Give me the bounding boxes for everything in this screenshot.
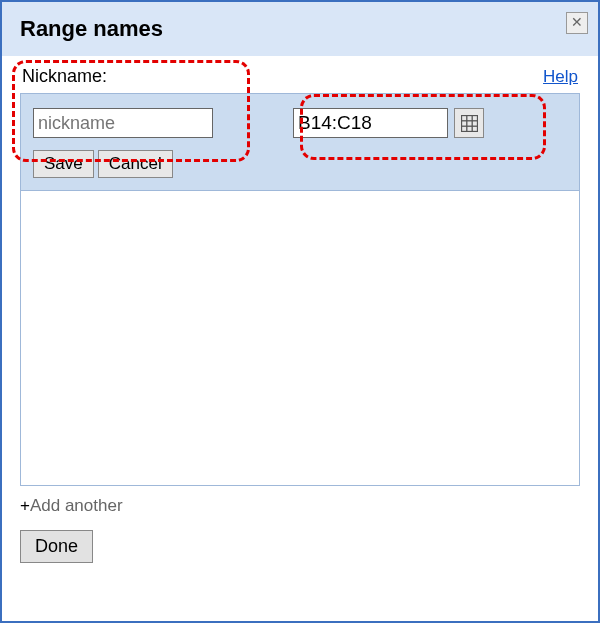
titlebar: Range names ✕ bbox=[2, 2, 598, 56]
range-input[interactable] bbox=[293, 108, 448, 138]
help-link[interactable]: Help bbox=[543, 67, 578, 87]
close-button[interactable]: ✕ bbox=[566, 12, 588, 34]
close-icon: ✕ bbox=[571, 14, 583, 30]
edit-panel: Save Cancel bbox=[20, 93, 580, 191]
add-another-link[interactable]: +Add another bbox=[20, 496, 580, 516]
dialog-content: Nickname: Help bbox=[2, 56, 598, 620]
cancel-button[interactable]: Cancel bbox=[98, 150, 173, 178]
svg-rect-0 bbox=[461, 115, 477, 131]
plus-icon: + bbox=[20, 496, 30, 515]
range-names-dialog: Range names ✕ Nickname: Help bbox=[0, 0, 600, 623]
select-range-button[interactable] bbox=[454, 108, 484, 138]
done-button[interactable]: Done bbox=[20, 530, 93, 563]
grid-icon bbox=[461, 115, 478, 132]
range-group bbox=[293, 108, 484, 138]
nickname-label: Nickname: bbox=[22, 66, 107, 87]
range-list bbox=[20, 191, 580, 486]
save-button[interactable]: Save bbox=[33, 150, 94, 178]
add-another-label: Add another bbox=[30, 496, 123, 515]
label-row: Nickname: Help bbox=[20, 66, 580, 87]
input-row bbox=[33, 108, 567, 138]
nickname-input[interactable] bbox=[33, 108, 213, 138]
dialog-title: Range names bbox=[20, 16, 580, 42]
button-row: Save Cancel bbox=[33, 150, 567, 178]
